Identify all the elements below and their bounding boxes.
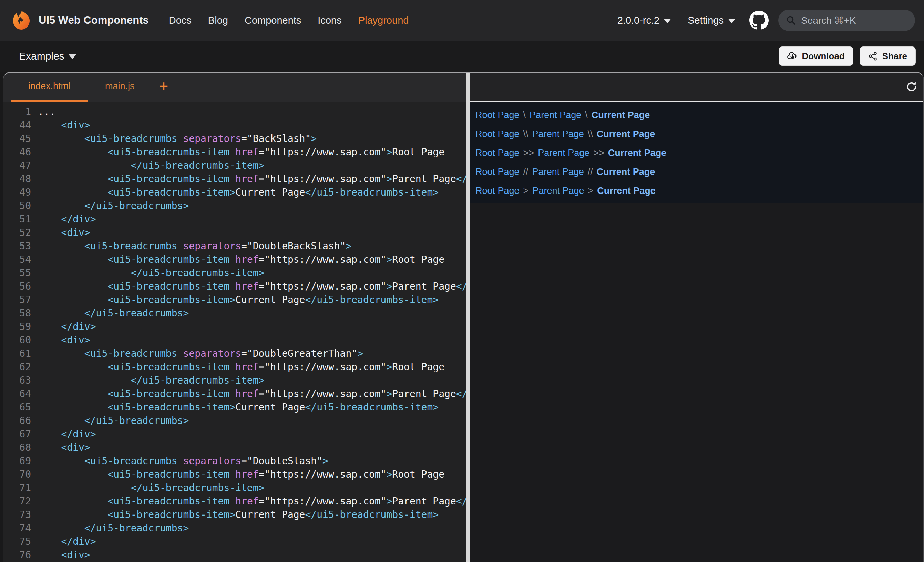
code-line-content: <ui5-breadcrumbs-item>Current Page</ui5-…: [38, 186, 439, 199]
code-line: 52 <div>: [3, 226, 466, 239]
code-line-content: <ui5-breadcrumbs-item>Current Page</ui5-…: [38, 508, 439, 522]
code-line: 57 <ui5-breadcrumbs-item>Current Page</u…: [3, 293, 466, 306]
line-number: 65: [3, 400, 31, 414]
breadcrumb-separator: >>: [524, 148, 534, 159]
nav-link-components[interactable]: Components: [244, 15, 301, 26]
breadcrumb-separator: \\: [588, 129, 593, 139]
code-line: 64 <ui5-breadcrumbs-item href="https://w…: [3, 387, 466, 400]
line-number: 70: [3, 468, 31, 481]
line-number: 68: [3, 441, 31, 454]
search-placeholder: Search ⌘+K: [801, 15, 856, 26]
code-line: 76 <div>: [3, 548, 466, 562]
settings-label: Settings: [688, 15, 724, 26]
line-number: 61: [3, 347, 31, 360]
nav-link-playground[interactable]: Playground: [358, 15, 409, 26]
line-number: 64: [3, 387, 31, 400]
breadcrumbs-row: Root Page\\Parent Page\\Current Page: [476, 124, 923, 144]
breadcrumb-current: Current Page: [597, 186, 656, 196]
breadcrumb-link[interactable]: Root Page: [476, 186, 519, 196]
code-line: 63 </ui5-breadcrumbs-item>: [3, 374, 466, 387]
playground-stage: index.htmlmain.js+ 1...44 <div>45 <ui5-b…: [3, 72, 924, 562]
examples-dropdown[interactable]: Examples: [19, 50, 76, 62]
pane-resizer-handle[interactable]: [466, 73, 470, 562]
add-tab-button[interactable]: +: [159, 73, 168, 102]
share-icon: [868, 51, 878, 61]
line-number: 46: [3, 145, 31, 159]
chevron-down-icon: [69, 54, 76, 59]
breadcrumb-current: Current Page: [597, 167, 655, 177]
breadcrumb-link[interactable]: Parent Page: [538, 148, 590, 159]
line-number: 1: [3, 105, 31, 118]
line-number: 50: [3, 199, 31, 213]
version-selector[interactable]: 2.0.0-rc.2: [617, 15, 672, 26]
code-line: 66 </ui5-breadcrumbs>: [3, 414, 466, 427]
share-button[interactable]: Share: [860, 46, 916, 66]
code-line: 69 <ui5-breadcrumbs separators="DoubleSl…: [3, 454, 466, 468]
breadcrumb-link[interactable]: Parent Page: [532, 129, 584, 139]
search-input[interactable]: Search ⌘+K: [778, 10, 915, 31]
code-line: 73 <ui5-breadcrumbs-item>Current Page</u…: [3, 508, 466, 522]
code-line-content: </ui5-breadcrumbs>: [38, 522, 189, 535]
code-line: 59 </div>: [3, 320, 466, 333]
breadcrumbs-row: Root Page>>Parent Page>>Current Page: [476, 144, 923, 163]
code-line-content: </ui5-breadcrumbs>: [38, 306, 189, 320]
examples-label: Examples: [19, 50, 64, 62]
editor-tab-index.html[interactable]: index.html: [11, 73, 88, 102]
refresh-button[interactable]: [905, 80, 918, 94]
breadcrumb-link[interactable]: Parent Page: [532, 167, 584, 177]
nav-link-icons[interactable]: Icons: [318, 15, 341, 26]
line-number: 54: [3, 253, 31, 266]
chevron-down-icon: [663, 19, 671, 23]
editor-tab-main.js[interactable]: main.js: [88, 73, 152, 102]
breadcrumb-link[interactable]: Root Page: [476, 167, 519, 177]
code-line: 68 <div>: [3, 441, 466, 454]
code-line: 72 <ui5-breadcrumbs-item href="https://w…: [3, 495, 466, 508]
preview-header: [470, 73, 923, 102]
nav-links: DocsBlogComponentsIconsPlayground: [160, 15, 417, 26]
preview-pane: Root Page\Parent Page\Current PageRoot P…: [470, 73, 923, 562]
code-line-content: </div>: [38, 427, 96, 441]
code-line-content: </div>: [38, 213, 96, 226]
code-line-content: </ui5-breadcrumbs>: [38, 414, 189, 427]
code-line-content: ...: [38, 105, 56, 118]
line-number: 56: [3, 280, 31, 293]
refresh-icon: [905, 81, 918, 93]
breadcrumb-link[interactable]: Parent Page: [532, 186, 584, 196]
editor-pane: index.htmlmain.js+ 1...44 <div>45 <ui5-b…: [3, 73, 466, 562]
breadcrumb-link[interactable]: Parent Page: [530, 110, 581, 120]
code-line: 60 <div>: [3, 333, 466, 347]
nav-link-blog[interactable]: Blog: [208, 15, 228, 26]
line-number: 69: [3, 454, 31, 468]
code-line-content: <ui5-breadcrumbs-item href="https://www.…: [38, 280, 466, 293]
line-number: 55: [3, 266, 31, 280]
code-line: 50 </ui5-breadcrumbs>: [3, 199, 466, 213]
code-line: 47 </ui5-breadcrumbs-item>: [3, 159, 466, 172]
code-line: 75 </div>: [3, 535, 466, 548]
code-line-content: <div>: [38, 333, 90, 347]
code-line-content: <ui5-breadcrumbs-item href="https://www.…: [38, 360, 444, 374]
breadcrumb-link[interactable]: Root Page: [476, 148, 519, 159]
code-line-content: <div>: [38, 441, 90, 454]
code-line: 46 <ui5-breadcrumbs-item href="https://w…: [3, 145, 466, 159]
code-line: 61 <ui5-breadcrumbs separators="DoubleGr…: [3, 347, 466, 360]
code-line: 49 <ui5-breadcrumbs-item>Current Page</u…: [3, 186, 466, 199]
code-line: 1...: [3, 105, 466, 118]
breadcrumb-link[interactable]: Root Page: [476, 129, 519, 139]
download-button[interactable]: Download: [778, 46, 854, 66]
breadcrumb-link[interactable]: Root Page: [476, 110, 519, 120]
download-label: Download: [802, 51, 845, 61]
code-line-content: <div>: [38, 548, 90, 562]
code-area[interactable]: 1...44 <div>45 <ui5-breadcrumbs separato…: [3, 102, 466, 562]
breadcrumb-separator: \: [585, 110, 588, 120]
ui5-logo-icon[interactable]: [12, 10, 31, 30]
code-line-content: <ui5-breadcrumbs-item href="https://www.…: [38, 145, 444, 159]
nav-link-docs[interactable]: Docs: [169, 15, 192, 26]
code-line-content: <ui5-breadcrumbs-item href="https://www.…: [38, 495, 466, 508]
line-number: 62: [3, 360, 31, 374]
code-line: 55 </ui5-breadcrumbs-item>: [3, 266, 466, 280]
settings-menu[interactable]: Settings: [688, 15, 735, 26]
github-icon[interactable]: [749, 10, 769, 30]
line-number: 58: [3, 306, 31, 320]
code-line: 45 <ui5-breadcrumbs separators="BackSlas…: [3, 132, 466, 145]
share-label: Share: [882, 51, 907, 61]
